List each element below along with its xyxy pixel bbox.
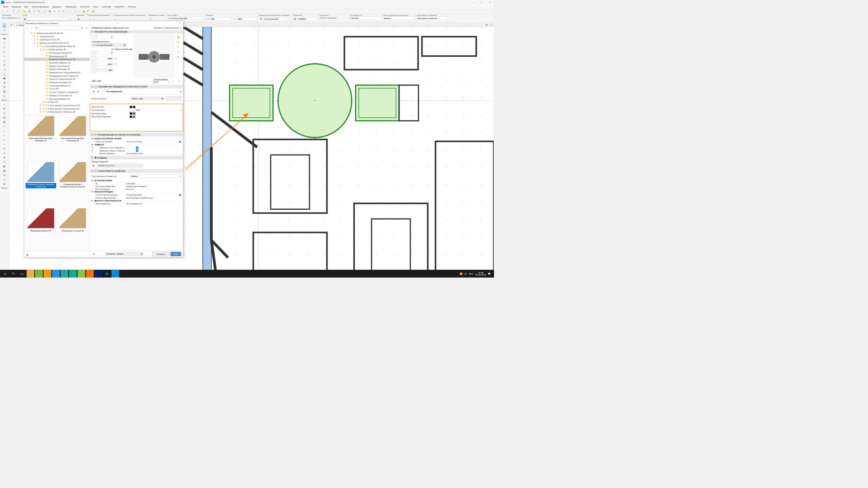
mirror2-icon[interactable]: ▢ — [177, 79, 181, 83]
layer-eye-icon[interactable]: 👁 — [92, 252, 96, 256]
tree-item[interactable]: 📁1.3 Окна 20 — [24, 100, 90, 104]
menu-options[interactable]: Параметры — [64, 5, 78, 8]
lib-settings-icon[interactable]: ⚙ — [80, 26, 84, 30]
s5v3[interactable]: Внутри — [126, 188, 181, 190]
stair-tool[interactable]: ≡ — [2, 63, 7, 67]
close-icon[interactable]: ✕ — [486, 0, 494, 5]
tree-item[interactable]: 📁Приборы Кухонные 20 — [24, 81, 90, 84]
lib-up-icon[interactable]: ↑ — [29, 26, 34, 30]
preview-in1[interactable] — [97, 51, 113, 55]
layer-picker-icon[interactable]: ▦ — [23, 17, 27, 21]
tree-item[interactable]: 📁Столы 20 — [24, 87, 90, 90]
app2-icon[interactable] — [35, 270, 43, 278]
change-tool[interactable]: △ — [2, 178, 7, 182]
tab-menu-icon[interactable]: ▸ — [9, 23, 14, 27]
roof-tool[interactable]: ◿ — [2, 67, 7, 72]
tree-item[interactable]: ▾📁Библиотека ARCHICAD 20.lcf — [24, 41, 90, 45]
column-tool[interactable]: ▯ — [2, 49, 7, 54]
ok-button[interactable]: OK — [171, 252, 181, 256]
size1-input[interactable] — [211, 17, 230, 20]
sec-cat-header[interactable]: КАТЕГОРИИ И СВОЙСТВА — [98, 170, 126, 172]
s5v1[interactable]: ОБ-0010 — [126, 183, 181, 185]
trace-icon[interactable]: ⟳ — [61, 9, 66, 14]
app6-icon[interactable] — [69, 270, 77, 278]
preview-in0[interactable] — [97, 35, 113, 39]
lib-menu-icon[interactable]: ▸ — [84, 26, 89, 30]
cat-btn[interactable] — [417, 17, 448, 20]
menu-modelport[interactable]: ModelPort — [113, 5, 126, 8]
cb1[interactable] — [136, 147, 138, 149]
zone-tool[interactable]: ▨ — [2, 89, 7, 94]
arrow-tool[interactable]: ▲ — [2, 23, 7, 28]
dialog-close-icon[interactable]: ✕ — [178, 22, 182, 24]
snap-icon[interactable]: ⊡ — [43, 9, 47, 14]
spline-tool[interactable]: ~ — [2, 142, 7, 146]
lib-search-input[interactable] — [39, 26, 79, 29]
maximize-icon[interactable]: ▭ — [477, 0, 486, 5]
app4-icon[interactable] — [52, 270, 60, 278]
sec-display-header[interactable]: ОТОБРАЖЕНИЕ НА ПЛАНЕ И В РАЗРЕЗЕ — [98, 134, 140, 136]
sec-model-header[interactable]: МОДЕЛЬ — [98, 157, 107, 159]
circle-tool[interactable]: ○ — [2, 133, 7, 138]
syringe-icon[interactable]: 💉 — [16, 9, 21, 14]
search-icon[interactable]: 🔍 — [9, 270, 17, 278]
tree-item[interactable]: 📁Оборудование для Офиса 20 — [24, 74, 90, 77]
pv-move-icon[interactable]: ✥ — [176, 40, 180, 44]
profile-icon[interactable]: ⬚ — [77, 9, 82, 14]
tree-item[interactable]: ▸📁1.6 Механизмы и Приборы 20 — [24, 110, 90, 114]
tray-notif-icon[interactable]: 💬 — [488, 272, 491, 275]
tree-item[interactable]: ▸📁1.5 Конструкции Специальные 20 — [24, 107, 90, 110]
tree-item[interactable]: ▾📁Библиотека ARCHICAD 20 — [24, 32, 90, 35]
label-tool[interactable]: A1 — [2, 116, 7, 120]
mirror-icon[interactable]: ⇄ — [259, 17, 263, 21]
tab-right-icon[interactable]: ▶ — [485, 23, 489, 27]
level-tool[interactable]: ⊕ — [2, 107, 7, 111]
class-sel[interactable] — [383, 17, 414, 20]
wall-tool[interactable]: ▬ — [2, 36, 7, 41]
h-input2[interactable] — [97, 63, 113, 66]
tree-item[interactable]: ▸📁1.4 Конструкции Строительные 20 — [24, 103, 90, 107]
menu-view[interactable]: Вид — [23, 5, 29, 8]
dimension-tool[interactable]: ↔ — [2, 102, 7, 106]
tab-share-icon[interactable]: ⇪ — [490, 23, 494, 27]
library-item[interactable]: Размещение Кресел 20 — [26, 208, 56, 250]
pv-lock-icon[interactable]: 🔒 — [176, 35, 180, 39]
tree-item[interactable]: ▾📁1. ОСНОВНАЯ БИБЛИОТЕКА 20 — [24, 44, 90, 48]
mirror1-icon[interactable]: ▢ — [171, 79, 175, 83]
tray-lang[interactable]: ENG — [469, 272, 474, 275]
worksheet-tool[interactable]: ▤ — [2, 169, 7, 173]
beam-tool[interactable]: — — [2, 54, 7, 58]
section-icon[interactable]: ⬓ — [82, 9, 86, 14]
menu-teamwork[interactable]: Teamwork — [78, 5, 91, 8]
marquee-tool[interactable]: ▭ — [2, 28, 7, 32]
height-select[interactable] — [167, 17, 202, 20]
link2-icon[interactable]: ⛶ — [114, 62, 118, 67]
tree-item[interactable]: 📁Кушетки и Диваны 20 — [24, 61, 90, 64]
shell-tool[interactable]: ⬭ — [2, 72, 7, 76]
dropdown-icon[interactable]: ▾ — [32, 9, 36, 14]
floors-icon[interactable]: ☰ — [148, 17, 153, 21]
arc-tool[interactable]: ◡ — [2, 129, 7, 133]
layer-select[interactable] — [27, 17, 70, 20]
ang-input[interactable] — [153, 80, 169, 83]
lib-view-icon[interactable]: ▦ — [25, 252, 30, 257]
id-input[interactable] — [350, 17, 381, 20]
surface-sel[interactable] — [297, 17, 317, 20]
tree-item[interactable]: ▸📁ArchiFrame.lib — [24, 35, 90, 38]
s5v4[interactable]: Существующий — [126, 194, 179, 196]
tree-item[interactable]: 📁Шкафы и Стеллажи 20 — [24, 94, 90, 97]
sec-preview-header[interactable]: ПРОСМОТР И РАСПОЛОЖЕНИЕ — [95, 30, 128, 33]
explorer-icon[interactable] — [26, 270, 34, 278]
s5v5[interactable]: Все Релевантные Фильтры — [126, 197, 181, 199]
param-tab-icon[interactable]: 📄 — [101, 89, 106, 94]
tray-date[interactable]: 06.08.2018 — [475, 274, 486, 276]
own-floor-select[interactable]: 1. 1-й этаж (Текущий) — [92, 43, 126, 47]
align-icon[interactable]: ▥ — [27, 9, 32, 14]
pv-rotate-icon[interactable]: ⟳ — [176, 45, 180, 49]
tray-time[interactable]: 14:38 — [475, 271, 486, 274]
door-tool[interactable]: ⌂ — [2, 41, 7, 45]
section-tool[interactable]: ▼ — [2, 155, 7, 160]
class-select[interactable] — [130, 174, 180, 178]
tree-item[interactable]: 📁Декорирование 20 — [24, 54, 90, 58]
rel-sel[interactable] — [263, 17, 287, 20]
